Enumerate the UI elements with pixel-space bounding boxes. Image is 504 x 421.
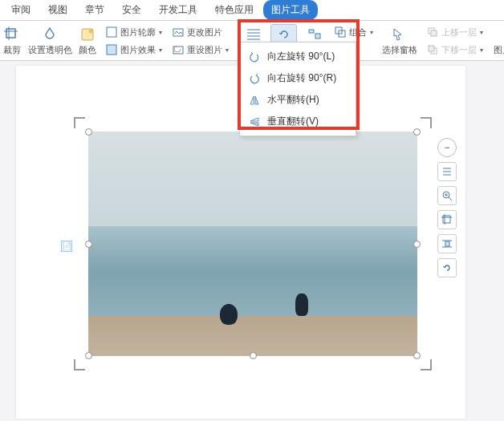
crop-icon [3,26,21,43]
change-picture-button[interactable]: 更改图片 [169,24,231,40]
resize-handle[interactable] [85,128,92,136]
svg-rect-0 [6,29,15,38]
rotate-right-90-label: 向右旋转 90°(R) [267,71,336,85]
wrap-icon [441,238,453,249]
flip-vertical-item[interactable]: 垂直翻转(V) [240,111,356,132]
color-button[interactable]: 颜色 [77,24,98,58]
resize-handle[interactable] [85,352,92,359]
pic-to-text-button[interactable]: 图片转文字 [495,24,504,58]
anchor-icon[interactable]: 📄 [61,241,72,252]
chevron-down-icon: ▾ [159,29,162,36]
rotate-icon [441,262,453,273]
resize-handle[interactable] [413,128,421,136]
crop-corner-br[interactable] [421,359,432,370]
svg-rect-5 [107,27,116,37]
wrap-icon [245,26,262,43]
flip-v-icon [248,115,261,128]
tab-view[interactable]: 视图 [40,0,75,20]
set-transparent-label: 设置透明色 [28,44,72,56]
rotate-left-90-label: 向左旋转 90°(L) [267,50,335,63]
selection-box [74,117,432,370]
svg-point-4 [89,30,93,34]
crop-corner-tl[interactable] [74,117,85,128]
set-transparent-button[interactable]: 设置透明色 [27,24,72,58]
move-up-button: 上移一层▾ [424,24,486,40]
picture-effect-button[interactable]: 图片效果▾ [103,42,165,58]
chevron-down-icon: ▾ [159,47,162,54]
move-down-icon [426,43,439,56]
reset-picture-label: 重设图片 [187,44,222,56]
reset-pic-icon [172,43,185,56]
svg-rect-18 [431,30,437,36]
reset-picture-button[interactable]: 重设图片▾ [169,42,231,58]
zoom-icon [441,190,453,201]
picture-outline-button[interactable]: 图片轮廓▾ [103,24,165,40]
crop-button[interactable]: 裁剪 [2,24,22,58]
picture-effect-label: 图片效果 [120,44,156,56]
svg-rect-13 [309,30,314,33]
resize-handle[interactable] [85,241,92,248]
side-wrap-button[interactable] [437,234,457,253]
rotate-dropdown: 向左旋转 90°(L) 向右旋转 90°(R) 水平翻转(H) 垂直翻转(V) [239,42,356,136]
rotate-icon [275,26,293,43]
resize-handle[interactable] [413,352,421,359]
minus-icon: − [444,142,449,153]
transparent-icon [41,26,59,43]
flip-horizontal-label: 水平翻转(H) [267,93,319,107]
move-up-icon [426,26,439,38]
chevron-down-icon: ▾ [480,47,483,54]
crop-corner-tr[interactable] [421,117,432,128]
effect-icon [105,43,118,56]
tab-bar: 审阅 视图 章节 安全 开发工具 特色应用 图片工具 [0,0,504,21]
group-button[interactable]: 组合▾ [331,24,376,40]
svg-rect-6 [107,45,116,55]
svg-rect-34 [443,216,450,223]
resize-handle[interactable] [413,241,421,248]
flip-h-icon [248,94,261,107]
side-zoom-button[interactable] [437,186,457,205]
selection-pane-icon [391,26,408,43]
align-icon [306,26,323,43]
outline-icon [105,26,118,38]
chevron-down-icon: ▾ [226,47,229,54]
tab-review[interactable]: 审阅 [3,0,39,20]
tab-security[interactable]: 安全 [114,0,149,20]
flip-horizontal-item[interactable]: 水平翻转(H) [240,89,356,111]
selected-image[interactable] [88,132,417,356]
svg-line-31 [449,197,452,200]
move-down-label: 下移一层 [441,44,477,56]
rotate-left-icon [248,51,261,63]
tab-special[interactable]: 特色应用 [207,0,262,20]
svg-rect-20 [429,46,434,51]
svg-rect-14 [315,34,320,38]
tab-chapter[interactable]: 章节 [77,0,112,20]
picture-outline-label: 图片轮廓 [120,26,156,38]
svg-rect-37 [445,241,449,246]
change-picture-label: 更改图片 [187,26,222,38]
crop-corner-bl[interactable] [74,359,85,370]
flip-vertical-label: 垂直翻转(V) [267,115,319,128]
rotate-left-90-item[interactable]: 向左旋转 90°(L) [240,46,356,67]
crop-label: 裁剪 [3,44,21,56]
color-icon [79,26,96,43]
rotate-right-icon [248,72,261,85]
rotate-right-90-item[interactable]: 向右旋转 90°(R) [240,67,356,89]
resize-handle[interactable] [250,352,257,359]
chevron-down-icon: ▾ [480,29,483,36]
side-crop-button[interactable] [437,210,457,229]
side-collapse-button[interactable]: − [437,138,457,157]
chevron-down-icon: ▾ [370,29,373,36]
side-rotate-button[interactable] [437,258,457,277]
side-layout-button[interactable] [437,162,457,181]
change-pic-icon [172,26,185,38]
floating-side-tools: − [437,138,457,277]
group-label: 组合 [349,26,367,38]
tab-picture-tools[interactable]: 图片工具 [263,0,318,20]
selection-pane-label: 选择窗格 [382,44,417,56]
pic-to-text-label: 图片转文字 [494,44,505,56]
tab-devtools[interactable]: 开发工具 [151,0,205,20]
group-icon [334,26,347,38]
layout-icon [441,166,453,177]
selection-pane-button[interactable]: 选择窗格 [380,24,419,58]
color-label: 颜色 [79,44,96,56]
